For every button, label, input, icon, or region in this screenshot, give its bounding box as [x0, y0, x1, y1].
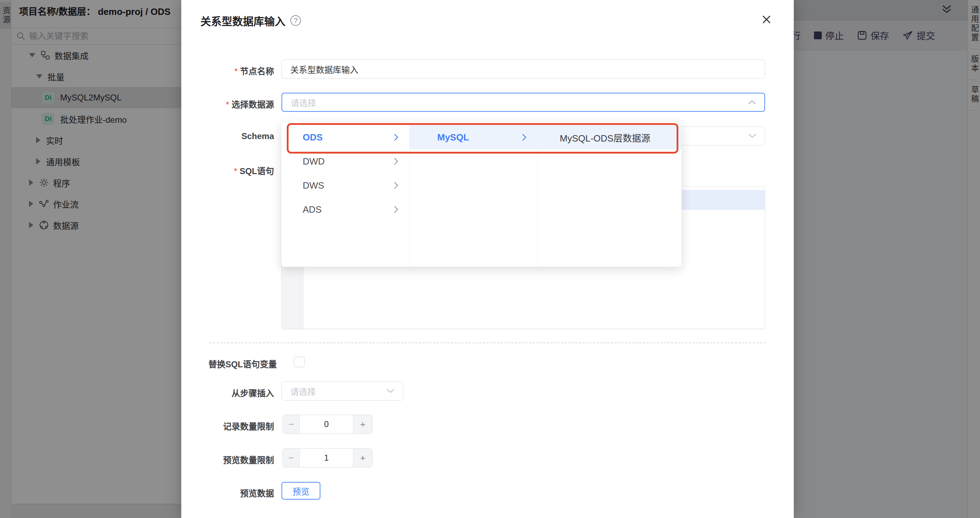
record-limit-value[interactable]: 0	[300, 415, 353, 434]
close-icon[interactable]	[760, 13, 773, 25]
minus-button[interactable]: −	[283, 415, 300, 434]
cascader-level3: MySQL-ODS层数据源	[538, 122, 681, 267]
insert-step-placeholder: 请选择	[290, 385, 316, 397]
help-icon[interactable]: ?	[290, 15, 301, 26]
preview-limit-value[interactable]: 1	[300, 449, 353, 467]
plus-button[interactable]: +	[353, 449, 372, 467]
cascader-option-mysql-ods-datasource[interactable]: MySQL-ODS层数据源	[538, 125, 681, 149]
chevron-right-icon	[393, 205, 399, 214]
plus-button[interactable]: +	[353, 415, 372, 434]
sql-label: SQL语句	[181, 164, 274, 176]
app-screen: 资源 项目名称/数据层： demo-proj / ODS 数据集成 批量	[0, 0, 980, 518]
preview-button[interactable]: 预览	[282, 482, 320, 500]
datasource-cascader-dropdown: ODS DWD DWS ADS	[282, 122, 681, 267]
chevron-up-icon	[748, 99, 757, 105]
datasource-placeholder: 请选择	[291, 96, 316, 109]
replace-vars-label: 替换SQL语句变量	[181, 358, 277, 370]
node-name-input[interactable]	[282, 59, 765, 79]
chevron-down-icon	[748, 133, 757, 139]
minus-button[interactable]: −	[283, 449, 300, 467]
record-limit-label: 记录数量限制	[181, 419, 274, 432]
chevron-down-icon	[386, 388, 395, 394]
section-divider	[210, 343, 765, 343]
cascader-option-ods[interactable]: ODS	[282, 125, 409, 149]
chevron-right-icon	[522, 133, 527, 141]
preview-data-label: 预览数据	[181, 486, 274, 499]
datasource-label: 选择数据源	[181, 98, 274, 110]
chevron-right-icon	[393, 133, 399, 141]
preview-limit-label: 预览数量限制	[181, 453, 274, 466]
replace-vars-checkbox[interactable]	[294, 357, 304, 367]
cascader-option-dwd[interactable]: DWD	[282, 149, 409, 173]
cascader-level1: ODS DWD DWS ADS	[282, 122, 410, 267]
cascader-option-mysql[interactable]: MySQL	[410, 125, 538, 149]
cascader-level2: MySQL	[410, 122, 538, 267]
modal-title: 关系型数据库输入	[200, 13, 285, 28]
node-name-label: 节点名称	[181, 64, 274, 77]
datasource-select[interactable]: 请选择	[282, 93, 765, 112]
preview-limit-stepper: − 1 +	[283, 448, 372, 467]
schema-label: Schema	[181, 131, 274, 141]
chevron-right-icon	[393, 157, 399, 165]
chevron-right-icon	[393, 181, 399, 190]
insert-step-label: 从步骤插入	[181, 386, 274, 399]
cascader-option-dws[interactable]: DWS	[282, 173, 409, 197]
insert-step-select[interactable]: 请选择	[282, 381, 403, 400]
cascader-option-ads[interactable]: ADS	[282, 197, 409, 221]
record-limit-stepper: − 0 +	[283, 415, 372, 434]
